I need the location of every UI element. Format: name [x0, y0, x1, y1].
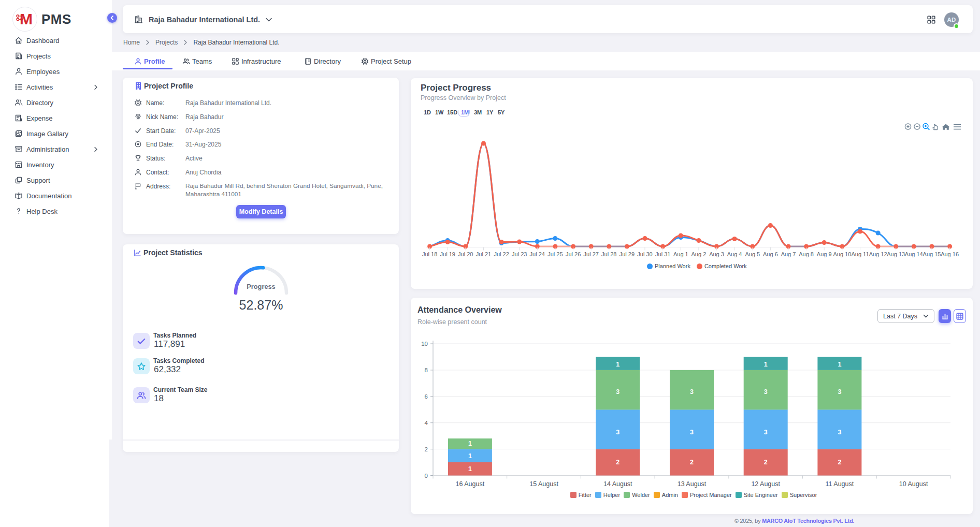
svg-text:Jul 29: Jul 29	[619, 251, 635, 257]
svg-text:Jul 22: Jul 22	[494, 251, 509, 257]
svg-text:14 August: 14 August	[603, 480, 632, 488]
svg-text:1: 1	[764, 361, 768, 368]
svg-text:Aug 14: Aug 14	[905, 251, 923, 257]
svg-text:Jul 30: Jul 30	[637, 251, 652, 257]
svg-text:10 August: 10 August	[899, 480, 928, 488]
svg-text:11 August: 11 August	[826, 480, 854, 488]
svg-text:15 August: 15 August	[529, 480, 558, 488]
svg-text:M: M	[20, 10, 33, 27]
svg-text:2: 2	[616, 459, 619, 466]
svg-text:3: 3	[690, 388, 694, 396]
svg-text:Aug 1: Aug 1	[673, 251, 688, 257]
svg-text:Aug 11: Aug 11	[851, 251, 869, 257]
svg-text:3: 3	[764, 388, 768, 396]
svg-text:2: 2	[425, 446, 428, 452]
svg-text:Aug 16: Aug 16	[941, 251, 959, 257]
svg-text:3: 3	[690, 429, 694, 436]
svg-text:4: 4	[425, 420, 428, 426]
svg-text:3: 3	[838, 388, 841, 396]
svg-text:2: 2	[838, 459, 841, 466]
svg-text:1: 1	[468, 465, 472, 473]
svg-text:16 August: 16 August	[456, 480, 485, 488]
svg-text:0: 0	[425, 473, 428, 479]
svg-text:Jul 26: Jul 26	[566, 251, 581, 257]
svg-text:Aug 9: Aug 9	[817, 251, 832, 257]
svg-text:3: 3	[616, 429, 619, 436]
svg-text:1: 1	[468, 452, 472, 460]
svg-text:Jul 28: Jul 28	[601, 251, 616, 257]
svg-text:Jul 20: Jul 20	[458, 251, 473, 257]
svg-text:12 August: 12 August	[751, 480, 780, 488]
svg-text:Aug 12: Aug 12	[869, 251, 887, 257]
svg-text:Jul 27: Jul 27	[584, 251, 599, 257]
svg-text:1: 1	[616, 361, 619, 368]
svg-text:Jul 31: Jul 31	[655, 251, 670, 257]
svg-text:Aug 8: Aug 8	[799, 251, 814, 257]
svg-text:Aug 13: Aug 13	[887, 251, 905, 257]
svg-text:Jul 19: Jul 19	[440, 251, 455, 257]
svg-text:1: 1	[838, 361, 841, 368]
svg-text:2: 2	[764, 459, 768, 466]
svg-text:Aug 7: Aug 7	[781, 251, 796, 257]
svg-text:6: 6	[425, 393, 428, 400]
svg-text:Aug 4: Aug 4	[727, 251, 742, 257]
svg-text:3: 3	[838, 429, 841, 436]
svg-text:3: 3	[764, 429, 768, 436]
svg-text:Jul 25: Jul 25	[547, 251, 563, 257]
svg-text:2: 2	[690, 459, 694, 466]
svg-text:Aug 3: Aug 3	[709, 251, 724, 257]
svg-text:1: 1	[468, 440, 472, 447]
svg-text:Jul 24: Jul 24	[530, 251, 545, 257]
svg-text:10: 10	[421, 341, 428, 347]
svg-text:Aug 10: Aug 10	[833, 251, 851, 257]
svg-text:Aug 2: Aug 2	[691, 251, 707, 257]
svg-text:Jul 18: Jul 18	[422, 251, 437, 257]
svg-text:Jul 21: Jul 21	[476, 251, 491, 257]
svg-text:Aug 6: Aug 6	[763, 251, 778, 257]
svg-text:3: 3	[616, 388, 619, 396]
svg-text:8: 8	[425, 367, 428, 373]
svg-text:Aug 15: Aug 15	[923, 251, 941, 257]
svg-text:Jul 23: Jul 23	[512, 251, 527, 257]
svg-text:Aug 5: Aug 5	[745, 251, 760, 257]
svg-text:13 August: 13 August	[678, 480, 707, 488]
